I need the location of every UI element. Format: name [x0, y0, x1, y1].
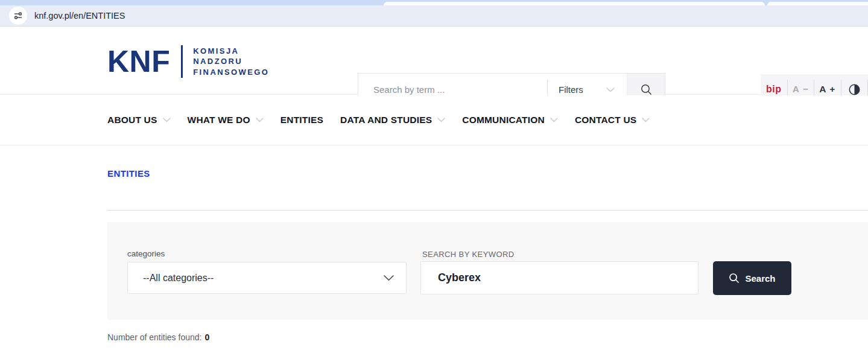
results-summary: Number of entities found:0 — [107, 332, 209, 342]
nav-communication[interactable]: COMMUNICATION — [462, 115, 558, 125]
browser-url-bar[interactable]: knf.gov.pl/en/ENTITIES — [0, 5, 868, 27]
nav-about-us[interactable]: ABOUT US — [107, 115, 171, 125]
site-header: KNF KOMISJA NADZORU FINANSOWEGO Filters — [0, 27, 868, 95]
nav-what-we-do[interactable]: WHAT WE DO — [188, 115, 264, 125]
chevron-down-icon — [437, 118, 445, 122]
main-nav: ABOUT US WHAT WE DO ENTITIES DATA AND ST… — [0, 95, 868, 145]
logo-full-name: KOMISJA NADZORU FINANSOWEGO — [193, 46, 269, 78]
chevron-down-icon — [550, 118, 558, 122]
results-count: 0 — [204, 332, 209, 342]
search-icon — [640, 83, 653, 96]
logo-divider — [181, 45, 183, 78]
knf-logo[interactable]: KNF KOMISJA NADZORU FINANSOWEGO — [107, 45, 269, 78]
keyword-label: SEARCH BY KEYWORD — [422, 250, 514, 259]
chevron-down-icon — [384, 275, 394, 281]
results-label: Number of entities found: — [107, 332, 201, 342]
contrast-icon — [849, 84, 860, 95]
content-divider — [107, 210, 868, 211]
breadcrumb[interactable]: ENTITIES — [107, 168, 150, 179]
keyword-input[interactable] — [420, 261, 699, 294]
entity-search-button[interactable]: Search — [713, 261, 791, 295]
chevron-down-icon — [256, 118, 264, 122]
nav-contact-us[interactable]: CONTACT US — [575, 115, 650, 125]
categories-select[interactable]: --All categories-- — [127, 262, 407, 294]
page: knf.gov.pl/en/ENTITIES KNF KOMISJA NADZO… — [0, 0, 868, 362]
nav-entities[interactable]: ENTITIES — [280, 115, 323, 125]
chevron-down-icon — [642, 118, 650, 122]
search-button-label: Search — [745, 273, 775, 284]
filters-label: Filters — [559, 84, 583, 95]
tune-icon — [13, 11, 23, 21]
categories-label: categories — [127, 249, 165, 258]
logo-acronym: KNF — [107, 46, 170, 77]
entity-search-panel: categories --All categories-- SEARCH BY … — [107, 222, 868, 320]
categories-selected-value: --All categories-- — [143, 273, 214, 284]
url-text[interactable]: knf.gov.pl/en/ENTITIES — [34, 11, 125, 21]
chevron-down-icon — [606, 87, 615, 92]
browser-tab-strip — [0, 0, 868, 5]
chevron-down-icon — [163, 118, 171, 122]
search-icon — [729, 273, 740, 284]
site-settings-button[interactable] — [9, 7, 27, 25]
bip-label: bip — [766, 84, 782, 95]
nav-data-and-studies[interactable]: DATA AND STUDIES — [340, 115, 445, 125]
